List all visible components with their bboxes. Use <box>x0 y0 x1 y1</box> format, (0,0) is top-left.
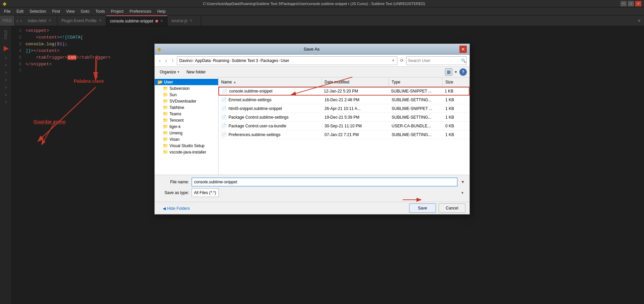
file-cell-name: 📄 Package Control.user-ca-bundle <box>218 122 322 130</box>
col-name-label: Name <box>221 80 232 84</box>
menu-help[interactable]: Help <box>155 8 168 14</box>
tree-item-sun[interactable]: 📁 Sun <box>155 92 218 98</box>
file-row-5[interactable]: 📄 Package Control.user-ca-bundle 30-Sep-… <box>218 122 469 130</box>
input-dropdown-arrow[interactable]: ▼ <box>460 180 465 184</box>
new-folder-button[interactable]: New folder <box>184 68 208 76</box>
fold-button[interactable]: FOLD <box>0 15 15 26</box>
menu-tools[interactable]: Tools <box>93 8 108 14</box>
minimize-button[interactable]: ─ <box>621 1 627 6</box>
address-path[interactable]: Davinci › AppData › Roaming › Sublime Te… <box>177 56 397 65</box>
file-row-6[interactable]: 📄 Preferences.sublime-settings 07-Jan-22… <box>218 130 469 139</box>
file-row-4[interactable]: 📄 Package Control.sublime-settings 19-De… <box>218 113 469 122</box>
file-cell-name: 📄 Package Control.sublime-settings <box>218 113 322 121</box>
menu-selection[interactable]: Selection <box>27 8 49 14</box>
tree-item-teams[interactable]: 📁 Teams <box>155 111 218 117</box>
file-cell-size: 1 KB <box>443 104 469 113</box>
folder-icon: 📁 <box>163 92 168 97</box>
tree-item-umeng[interactable]: 📁 Umeng <box>155 130 218 136</box>
path-sep: › <box>193 59 194 62</box>
tab-index-html[interactable]: index.html ✕ <box>24 15 57 26</box>
save-type-label: Save as type: <box>159 190 189 195</box>
search-box: 🔍 <box>406 56 467 65</box>
col-header-date[interactable]: Date modified <box>322 77 389 86</box>
file-name: console.sublime-snippet <box>229 89 273 94</box>
refresh-button[interactable]: ⟳ <box>399 57 405 64</box>
view-details-button[interactable]: ▾ <box>453 68 459 75</box>
help-button[interactable]: ? <box>459 68 467 76</box>
cancel-button[interactable]: Cancel <box>439 203 465 213</box>
tab-close-icon[interactable]: ✕ <box>190 18 193 23</box>
back-button[interactable]: ‹ <box>157 57 162 64</box>
path-segment-6: User <box>281 58 289 63</box>
col-header-type[interactable]: Type <box>389 77 443 86</box>
menu-file[interactable]: File <box>1 8 13 14</box>
save-type-select[interactable]: All Files (*.*) <box>192 188 219 197</box>
sidebar-fold-label[interactable]: FOLD <box>3 29 8 41</box>
sidebar-chevron3: › <box>5 69 7 75</box>
col-header-size[interactable]: Size <box>443 77 469 86</box>
path-segment-2: AppData <box>195 58 211 63</box>
address-bar: ‹ › ↑ Davinci › AppData › Roaming › Subl… <box>155 55 469 67</box>
forward-button[interactable]: › <box>164 57 169 64</box>
up-button[interactable]: ↑ <box>170 57 176 64</box>
file-browser-body: 📂 User 📁 Subversion 📁 Sun 📁 SVDownloader… <box>155 77 469 175</box>
hide-folders-button[interactable]: ◀ Hide Folders <box>159 204 194 213</box>
tab-close-icon[interactable]: ✕ <box>160 19 163 23</box>
dialog-close-button[interactable]: ✕ <box>459 46 467 53</box>
line-2: 2 <content><![CDATA[ <box>12 34 644 41</box>
tab-plugin-event[interactable]: Plugin Event Profile ✕ <box>57 15 106 26</box>
organize-button[interactable]: Organize ▾ <box>157 68 182 76</box>
tree-item-label: Teams <box>169 112 181 116</box>
file-row-2[interactable]: 📄 Emmet.sublime-settings 16-Dec-21 2:48 … <box>218 96 469 104</box>
window-controls: ─ □ ✕ <box>621 1 641 6</box>
tree-item-label: Visual Studio Setup <box>169 143 205 148</box>
path-sep: › <box>230 59 231 62</box>
dialog-form: File name: ▼ Save as type: All Files (*.… <box>155 175 469 202</box>
tree-item-subversion[interactable]: 📁 Subversion <box>155 85 218 92</box>
path-dropdown-arrow[interactable]: ▼ <box>392 59 395 62</box>
file-cell-size: 1 KB <box>443 113 469 121</box>
file-name-input[interactable] <box>192 178 457 186</box>
search-input[interactable] <box>407 58 460 63</box>
view-list-button[interactable]: ▦ <box>445 68 452 75</box>
tab-prev-button[interactable]: ‹ <box>16 18 19 23</box>
tree-item-svdownloader[interactable]: 📁 SVDownloader <box>155 98 218 104</box>
new-tab-button[interactable]: + <box>634 15 644 26</box>
menu-edit[interactable]: Edit <box>14 8 26 14</box>
folder-icon: 📁 <box>163 99 168 104</box>
sidebar: FOLD ▶ › › › › › › › <box>0 26 12 304</box>
tree-item-tiger-k[interactable]: 📁 tiger-k <box>155 123 218 130</box>
menu-project[interactable]: Project <box>108 8 126 14</box>
file-icon: 📄 <box>221 106 227 111</box>
maximize-button[interactable]: □ <box>628 1 634 6</box>
save-button[interactable]: Save <box>409 203 436 213</box>
file-row-3[interactable]: 📄 html5-snippet.sublime-snippet 26-Apr-2… <box>218 104 469 113</box>
organize-arrow: ▾ <box>178 70 179 74</box>
tree-item-label: SVDownloader <box>169 99 196 104</box>
col-header-name[interactable]: Name ▲ <box>218 77 322 86</box>
tree-item-visual-studio[interactable]: 📁 Visual Studio Setup <box>155 142 218 149</box>
tree-item-user[interactable]: 📂 User <box>155 79 218 85</box>
path-sep: › <box>211 59 212 62</box>
tab-next-button[interactable]: › <box>19 18 22 23</box>
file-row-1[interactable]: 📄 console.sublime-snippet 12-Jan-22 5:20… <box>218 87 469 96</box>
menu-goto[interactable]: Goto <box>78 8 92 14</box>
tab-console-snippet[interactable]: console.sublime-snippet ✕ <box>106 15 167 26</box>
tree-item-tabnine[interactable]: 📁 TabNine <box>155 104 218 111</box>
file-cell-date: 07-Jan-22 7:21 PM <box>322 130 389 139</box>
tree-item-tencent[interactable]: 📁 Tencent <box>155 117 218 123</box>
file-cell-type: SUBLIME-SNIPPET ... <box>389 104 443 113</box>
tab-source-js[interactable]: source.js ✕ <box>167 15 201 26</box>
app-icon: ◆ <box>3 1 6 6</box>
close-button[interactable]: ✕ <box>635 1 641 6</box>
menu-find[interactable]: Find <box>49 8 62 14</box>
tab-close-icon[interactable]: ✕ <box>99 18 102 23</box>
tab-close-icon[interactable]: ✕ <box>48 18 51 23</box>
file-cell-name: 📄 html5-snippet.sublime-snippet <box>218 104 322 113</box>
menu-preferences[interactable]: Preferences <box>127 8 154 14</box>
tree-item-visan[interactable]: 📁 Visan <box>155 136 218 142</box>
menu-view[interactable]: View <box>63 8 78 14</box>
tree-item-vscode[interactable]: 📁 vscode-java-installer <box>155 149 218 155</box>
line-number: 4 <box>12 48 26 54</box>
dialog-buttons: Save Cancel <box>409 203 465 213</box>
